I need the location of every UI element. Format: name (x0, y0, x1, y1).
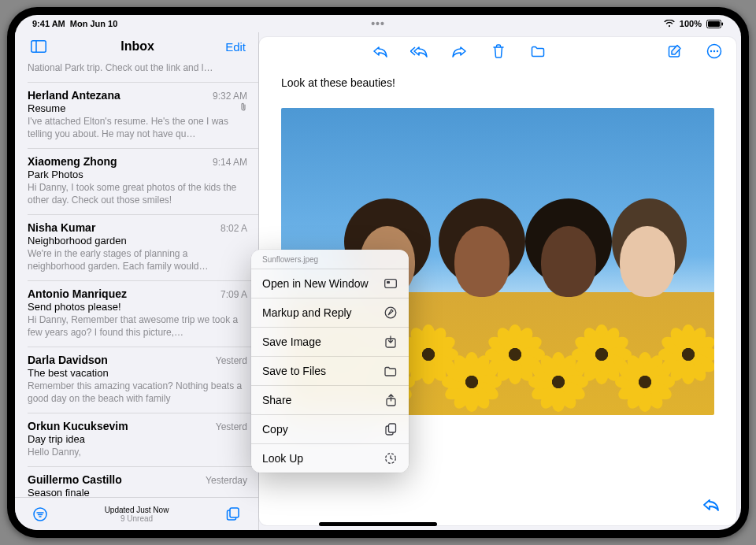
message-time: Yesterday (206, 475, 247, 486)
message-sender: Antonio Manriquez (28, 287, 127, 300)
compose-icon[interactable] (664, 40, 686, 62)
message-preview: National Park trip. Check out the link a… (28, 61, 247, 74)
ctx-open-new-window[interactable]: Open in New Window (251, 269, 409, 298)
message-preview: We're in the early stages of planning a … (28, 247, 247, 272)
message-time: 9:14 AM (213, 157, 247, 168)
quick-reply-icon[interactable] (700, 494, 722, 516)
mail-app: Inbox Edit National Park trip. Check out… (15, 32, 741, 530)
filter-icon[interactable] (29, 503, 51, 525)
list-item[interactable]: Guillermo Castillo Yesterday Season fina… (28, 467, 258, 497)
attachment-context-menu: Sunflowers.jpeg Open in New Window Marku… (251, 250, 409, 473)
list-item[interactable]: Herland Antezana 9:32 AM Resume I've att… (28, 83, 258, 149)
ctx-label: Look Up (262, 452, 303, 465)
message-time: 9:32 AM (213, 91, 247, 102)
ctx-label: Copy (262, 423, 288, 436)
reply-all-icon[interactable] (409, 40, 431, 62)
attachment-icon (239, 102, 247, 113)
ctx-label: Open in New Window (262, 277, 369, 290)
message-sender: Xiaomeng Zhong (28, 155, 117, 168)
message-preview: Hi Danny, Remember that awesome trip we … (28, 313, 247, 339)
message-time: Yesterd (216, 355, 247, 366)
message-subject: Send photos please! (28, 301, 247, 313)
message-subject: Season finale (28, 487, 247, 497)
trash-icon[interactable] (487, 40, 510, 62)
more-icon[interactable] (703, 40, 725, 62)
ipad-device-frame: 9:41 AM Mon Jun 10 ••• 100% (7, 7, 749, 538)
svg-rect-19 (388, 424, 395, 432)
folder-icon (384, 364, 398, 378)
message-sender: Darla Davidson (28, 354, 108, 366)
list-item[interactable]: Nisha Kumar 8:02 A Neighborhood garden W… (28, 215, 258, 281)
ctx-save-files[interactable]: Save to Files (251, 356, 409, 385)
message-time: 7:09 A (220, 289, 247, 300)
svg-rect-3 (32, 41, 46, 52)
list-item[interactable]: Antonio Manriquez 7:09 A Send photos ple… (28, 281, 258, 347)
message-list[interactable]: National Park trip. Check out the link a… (15, 61, 258, 497)
message-subject: Resume (28, 102, 65, 114)
share-icon (384, 393, 398, 407)
message-sender: Herland Antezana (28, 89, 120, 102)
context-menu-title: Sunflowers.jpeg (251, 250, 409, 269)
message-subject: Day trip idea (28, 433, 247, 445)
message-time: Yesterd (216, 421, 247, 432)
footer-status: Updated Just Now (105, 506, 169, 514)
list-item[interactable]: Xiaomeng Zhong 9:14 AM Park Photos Hi Da… (28, 149, 258, 215)
list-item[interactable]: Darla Davidson Yesterd The best vacation… (28, 347, 258, 413)
ctx-label: Save Image (262, 336, 321, 348)
message-preview: Hello Danny, (28, 446, 247, 458)
svg-point-12 (717, 50, 718, 52)
svg-point-11 (713, 50, 715, 52)
list-item[interactable]: National Park trip. Check out the link a… (28, 61, 258, 83)
ctx-share[interactable]: Share (251, 385, 409, 414)
ctx-copy[interactable]: Copy (251, 414, 409, 443)
move-folder-icon[interactable] (527, 40, 549, 62)
ctx-label: Save to Files (262, 365, 326, 377)
forward-icon[interactable] (448, 40, 470, 62)
message-subject: Park Photos (28, 169, 247, 180)
list-item[interactable]: Orkun Kucuksevim Yesterd Day trip idea H… (28, 413, 258, 467)
ctx-label: Markup and Reply (262, 306, 352, 319)
ctx-label: Share (262, 394, 291, 406)
message-preview: Remember this amazing vacation? Nothing … (28, 380, 247, 405)
message-sender: Orkun Kucuksevim (28, 420, 128, 432)
message-sender: Nisha Kumar (28, 221, 95, 234)
sidebar-title: Inbox (120, 39, 154, 54)
svg-rect-7 (230, 508, 239, 517)
ctx-lookup[interactable]: Look Up (251, 443, 409, 473)
markup-icon (384, 306, 398, 320)
status-bar: 9:41 AM Mon Jun 10 ••• 100% (15, 15, 741, 32)
ctx-save-image[interactable]: Save Image (251, 327, 409, 356)
message-body-text: Look at these beauties! (259, 65, 736, 100)
save-image-icon (384, 335, 398, 349)
svg-point-10 (710, 50, 712, 52)
new-window-icon[interactable] (222, 503, 244, 525)
ctx-markup-reply[interactable]: Markup and Reply (251, 298, 409, 327)
wifi-icon (664, 20, 675, 28)
home-indicator[interactable] (319, 522, 437, 526)
message-sender: Guillermo Castillo (28, 473, 122, 486)
message-preview: I've attached Elton's resume. He's the o… (28, 115, 247, 140)
sidebar-footer: Updated Just Now 9 Unread (15, 497, 258, 530)
new-window-icon (384, 276, 398, 291)
message-subject: Neighborhood garden (28, 235, 247, 247)
svg-rect-13 (385, 280, 397, 288)
message-preview: Hi Danny, I took some great photos of th… (28, 181, 247, 206)
status-date: Mon Jun 10 (70, 19, 118, 28)
lookup-icon (384, 451, 398, 465)
message-toolbar (259, 37, 736, 65)
inbox-sidebar: Inbox Edit National Park trip. Check out… (15, 32, 259, 530)
svg-rect-2 (722, 22, 724, 25)
battery-icon (706, 20, 724, 28)
screen: 9:41 AM Mon Jun 10 ••• 100% (15, 15, 741, 530)
svg-rect-1 (708, 21, 720, 27)
copy-icon (384, 422, 398, 436)
edit-button[interactable]: Edit (225, 40, 246, 54)
footer-unread: 9 Unread (105, 514, 169, 523)
sidebar-toggle-icon[interactable] (28, 35, 50, 57)
message-subject: The best vacation (28, 367, 247, 379)
status-time: 9:41 AM (32, 19, 65, 28)
message-time: 8:02 A (220, 223, 247, 234)
battery-percent: 100% (680, 19, 702, 28)
reply-icon[interactable] (369, 40, 391, 62)
multitask-dots-icon[interactable]: ••• (371, 17, 385, 30)
